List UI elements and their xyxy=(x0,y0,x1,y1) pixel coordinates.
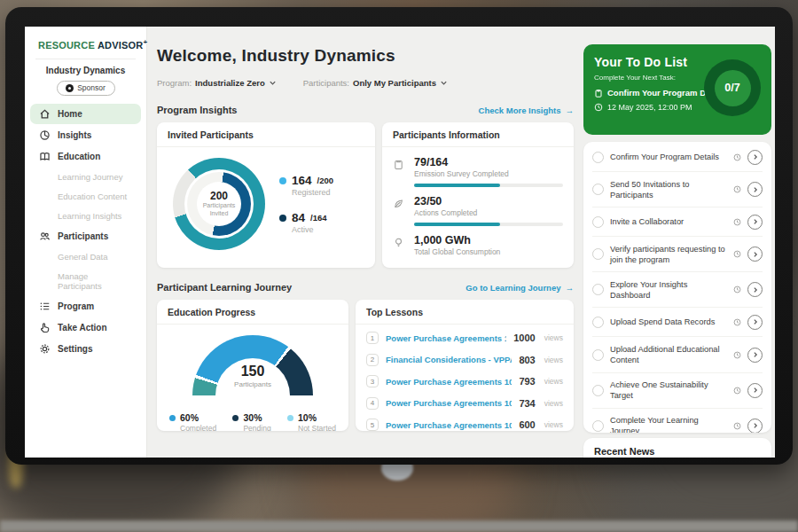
sidebar-item-take-action[interactable]: Take Action xyxy=(30,317,141,338)
lesson-row[interactable]: 5 Power Purchase Agreements 103 600 view… xyxy=(366,414,563,431)
task-checkbox[interactable] xyxy=(592,385,604,396)
recent-news-title: Recent News xyxy=(594,446,761,458)
lesson-title-link[interactable]: Power Purchase Agreements 102 xyxy=(386,398,512,408)
go-to-learning-journey-link[interactable]: Go to Learning Journey → xyxy=(466,283,574,293)
task-row[interactable]: Verify participants requesting to join t… xyxy=(592,237,763,272)
task-row[interactable]: Explore Your Insights Dashboard xyxy=(592,272,763,308)
screen: RESOURCEADVISOR+ Industry Dynamics Spons… xyxy=(25,27,775,458)
lesson-rank: 5 xyxy=(366,419,379,431)
participants-filter-dropdown[interactable]: Participants: Only My Participants xyxy=(303,78,448,88)
lesson-title-link[interactable]: Power Purchase Agreements 103 xyxy=(386,420,512,430)
lesson-title-link[interactable]: Financial Considerations - VPPAs xyxy=(386,355,512,364)
task-label: Invite a Collaborator xyxy=(610,216,727,227)
sidebar-item-program[interactable]: Program xyxy=(30,296,141,317)
task-chevron-button[interactable] xyxy=(747,215,763,230)
task-checkbox[interactable] xyxy=(592,248,604,260)
task-chevron-button[interactable] xyxy=(747,383,763,398)
stat-label: Emission Survey Completed xyxy=(414,169,563,178)
task-row[interactable]: Confirm Your Program Details xyxy=(592,143,763,172)
task-row[interactable]: Complete Your Learning Journey xyxy=(592,409,763,433)
lesson-row[interactable]: 3 Power Purchase Agreements 101 793 view… xyxy=(366,371,563,393)
sidebar-item-education-content[interactable]: Education Content xyxy=(30,187,141,206)
consumption-icon xyxy=(393,237,404,248)
clock-icon xyxy=(733,218,741,226)
sidebar-item-home[interactable]: Home xyxy=(30,104,141,124)
lesson-row[interactable]: 2 Financial Considerations - VPPAs 803 v… xyxy=(366,349,563,372)
invited-participants-body: 200 Participants Invited 164/200 Regist xyxy=(157,147,375,261)
card-title: Invited Participants xyxy=(157,122,375,147)
lesson-row[interactable]: 4 Power Purchase Agreements 102 734 view… xyxy=(366,393,563,415)
monitor-bezel: RESOURCEADVISOR+ Industry Dynamics Spons… xyxy=(5,7,793,465)
sidebar-item-label: Education xyxy=(58,152,100,161)
task-checkbox[interactable] xyxy=(592,216,604,228)
card-title: Top Lessons xyxy=(356,300,574,325)
learning-journey-header: Participant Learning Journey Go to Learn… xyxy=(157,282,574,293)
insights-icon xyxy=(39,129,51,141)
task-checkbox[interactable] xyxy=(592,184,604,195)
sidebar-item-learning-journey[interactable]: Learning Journey xyxy=(30,168,141,186)
sidebar-item-settings[interactable]: Settings xyxy=(30,339,141,359)
lesson-rank: 1 xyxy=(366,332,379,344)
legend-dot-completed xyxy=(169,415,176,421)
lesson-row[interactable]: 1 Power Purchase Agreements 101 1000 vie… xyxy=(366,327,563,349)
check-more-insights-link[interactable]: Check More Insights → xyxy=(479,106,574,115)
desk-edge xyxy=(0,520,798,532)
participants-information-card: Participants Information 79/164 Emission… xyxy=(382,122,574,268)
sidebar-item-education[interactable]: Education xyxy=(30,146,141,167)
lesson-views-word: views xyxy=(544,333,563,342)
page-title: Welcome, Industry Dynamics xyxy=(157,46,395,66)
task-checkbox[interactable] xyxy=(592,152,604,163)
participants-icon xyxy=(39,231,51,242)
progress-bar-track xyxy=(414,184,563,187)
lesson-rank: 4 xyxy=(366,397,379,410)
legend-denominator: /200 xyxy=(317,176,334,185)
card-title: Education Progress xyxy=(157,300,348,325)
sidebar-item-label: Education Content xyxy=(58,192,127,201)
clock-icon xyxy=(594,103,603,112)
sponsor-badge[interactable]: Sponsor xyxy=(57,81,115,96)
stat-label: Total Global Consumption xyxy=(414,247,563,256)
task-checkbox[interactable] xyxy=(592,420,604,432)
task-checkbox[interactable] xyxy=(592,317,604,328)
sidebar-item-general-data[interactable]: General Data xyxy=(30,247,141,266)
program-filter-dropdown[interactable]: Program: Industrialize Zero xyxy=(157,78,277,88)
donut-center-value: 200 xyxy=(210,190,228,202)
task-row[interactable]: Send 50 Invitations to Participants xyxy=(592,172,763,207)
program-icon xyxy=(39,301,51,312)
task-chevron-button[interactable] xyxy=(747,150,763,165)
legend-item-pending: 30% Pending xyxy=(232,412,270,431)
task-row[interactable]: Achieve One Sustainability Target xyxy=(592,373,763,409)
legend-value: 164 xyxy=(292,174,312,187)
task-label: Explore Your Insights Dashboard xyxy=(610,279,727,301)
task-label: Send 50 Invitations to Participants xyxy=(610,179,727,200)
task-chevron-button[interactable] xyxy=(747,246,763,262)
task-chevron-button[interactable] xyxy=(747,348,763,363)
chevron-down-icon xyxy=(440,79,448,87)
lesson-views-word: views xyxy=(544,356,563,364)
task-checkbox[interactable] xyxy=(592,284,604,295)
task-label: Achieve One Sustainability Target xyxy=(610,379,727,401)
sidebar-item-insights[interactable]: Insights xyxy=(30,125,141,145)
task-chevron-button[interactable] xyxy=(747,182,763,197)
todo-panel: Your To Do List Complete Your Next Task:… xyxy=(582,27,775,458)
education-progress-gauge-chart: 150 Participants xyxy=(157,332,348,408)
lesson-title-link[interactable]: Power Purchase Agreements 101 xyxy=(386,377,512,387)
sidebar-item-label: Learning Insights xyxy=(58,211,121,221)
progress-bar-fill xyxy=(414,184,500,187)
sidebar-item-label: Learning Journey xyxy=(58,172,122,182)
task-chevron-button[interactable] xyxy=(747,282,763,297)
task-row[interactable]: Upload Additional Educational Content xyxy=(592,337,763,372)
task-row[interactable]: Upload Spend Data Records xyxy=(592,308,763,337)
sidebar-item-learning-insights[interactable]: Learning Insights xyxy=(30,207,141,225)
task-row[interactable]: Invite a Collaborator xyxy=(592,207,763,237)
sidebar-item-manage-participants[interactable]: Manage Participants xyxy=(30,267,141,295)
legend-label: Registered xyxy=(292,188,333,197)
task-chevron-button[interactable] xyxy=(747,419,763,433)
task-checkbox[interactable] xyxy=(592,349,604,361)
todo-summary-card: Your To Do List Complete Your Next Task:… xyxy=(583,44,771,135)
lesson-title-link[interactable]: Power Purchase Agreements 101 xyxy=(386,333,506,343)
task-chevron-button[interactable] xyxy=(747,315,763,330)
sidebar-item-participants[interactable]: Participants xyxy=(30,226,141,246)
section-title: Program Insights xyxy=(157,105,237,115)
legend-value: 84 xyxy=(292,211,305,224)
